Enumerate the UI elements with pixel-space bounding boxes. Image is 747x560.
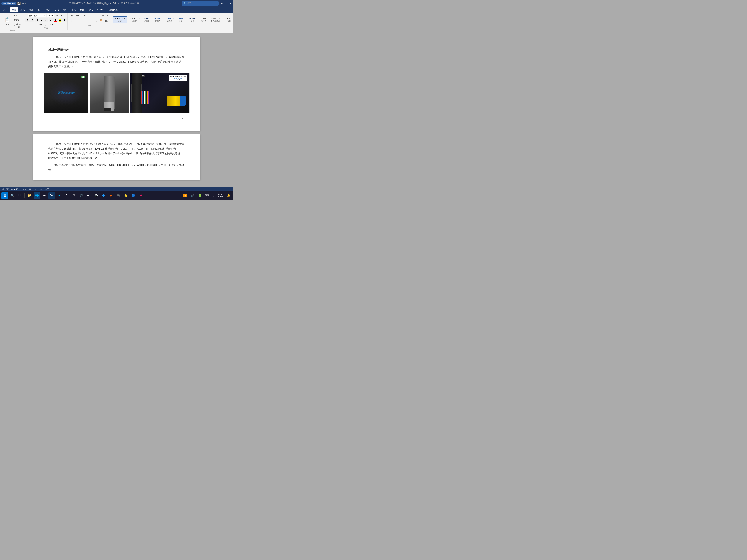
align-center-button[interactable]: ↔≡: [75, 19, 81, 23]
italic-button[interactable]: I: [30, 18, 34, 22]
justify-button[interactable]: ⟺≡: [87, 19, 94, 23]
align-left-button[interactable]: ⬅≡: [70, 19, 75, 23]
line-spacing-button[interactable]: ↕: [95, 19, 98, 23]
search-bar[interactable]: 🔍 搜索: [182, 1, 218, 5]
paragraph-fiber-specs[interactable]: 开博尔五代光纤 HDMI2.1 线材的光纤部分直径为 6mm，比起二代光纤 HD…: [48, 142, 185, 161]
taskbar-app-word[interactable]: W: [48, 192, 55, 199]
copy-button[interactable]: ⧉复制: [12, 18, 22, 22]
wén-button[interactable]: 文: [44, 23, 49, 26]
increase-indent-button[interactable]: →≡: [95, 14, 100, 17]
subscript-button[interactable]: x₂: [44, 18, 48, 22]
volume-icon[interactable]: 🔊: [189, 192, 196, 199]
menu-item-mail[interactable]: 邮件: [61, 7, 69, 12]
superscript-button[interactable]: x²: [49, 18, 53, 22]
format-painter-button[interactable]: 🖌格式刷: [12, 22, 22, 29]
language-indicator[interactable]: 中文(中国): [40, 188, 49, 191]
menu-item-insert[interactable]: 插入: [19, 7, 27, 12]
cut-button[interactable]: ✂剪切: [12, 14, 22, 18]
strikethrough-button[interactable]: s: [39, 18, 44, 22]
taskbar-app-blue[interactable]: 🔷: [100, 192, 107, 199]
underline-button[interactable]: U: [35, 18, 39, 22]
paragraph-appearance[interactable]: 开博尔五代光纤 HDMI2.1 线采用纸质外包装，外包装有明显 HDMI 协会认…: [48, 55, 185, 69]
font-size-select[interactable]: 20: [47, 14, 54, 18]
close-button[interactable]: ✕: [229, 2, 232, 5]
decrease-indent-button[interactable]: ←≡: [88, 14, 94, 17]
taskbar-app-extra1[interactable]: 🎮: [115, 192, 122, 199]
cable-closeup-image[interactable]: [90, 73, 129, 113]
menu-item-design[interactable]: 设计: [35, 7, 44, 12]
align-right-button[interactable]: ➡≡: [81, 19, 87, 23]
menu-item-layout[interactable]: 布局: [44, 7, 52, 12]
connector-detail-image[interactable]: ULTRA HIGH SPEED HIGH SPEED HDMI: [130, 73, 189, 113]
network-icon[interactable]: 📶: [182, 192, 188, 199]
menu-item-draw[interactable]: 绘图: [27, 7, 35, 12]
task-view-button[interactable]: ❐: [16, 192, 23, 199]
multilevel-list-button[interactable]: ⋮≡▾: [81, 14, 88, 17]
show-marks-button[interactable]: ¶: [106, 14, 110, 17]
numbered-list-button[interactable]: 1≡▾: [75, 14, 81, 17]
correction-icon[interactable]: ✓: [35, 188, 36, 191]
taskbar-app-music[interactable]: 🎵: [78, 192, 85, 199]
menu-item-reference[interactable]: 引用: [53, 7, 61, 12]
maximize-button[interactable]: □: [225, 2, 228, 5]
menu-item-acrobat[interactable]: Acrobat: [95, 7, 106, 12]
menu-item-file[interactable]: 文件: [1, 7, 10, 12]
menu-item-home[interactable]: 开始: [10, 7, 18, 12]
ribbon-group-font: 微软雅黑 20 A↑ A↓ B I U s x₂ x² A A A Aa▾ 文: [25, 14, 68, 30]
font-grow-button[interactable]: A↑: [54, 14, 59, 17]
style-subtle-emphasis[interactable]: AaBbCcDc 不明显强调: [209, 17, 222, 23]
start-button[interactable]: ⊞: [1, 192, 8, 199]
taskbar-app-settings[interactable]: ⚙: [71, 192, 77, 199]
style-no-spacing[interactable]: AaBbCcDc 无间隔: [127, 17, 141, 23]
undo-button[interactable]: ↩: [22, 2, 24, 5]
autosave-toggle[interactable]: 自动保存 ●关: [1, 2, 17, 5]
borders-button[interactable]: ▦▾: [104, 19, 109, 23]
menu-item-review[interactable]: 审阅: [70, 7, 78, 12]
title-bar: 自动保存 ●关 💾 ↩ ↪ 开博尔-五代光纤HDMI2.1使用评测_By_ant…: [0, 0, 233, 7]
shading-button[interactable]: 🎨▾: [98, 18, 104, 24]
style-subtitle[interactable]: AaBbC 副标题: [199, 17, 209, 23]
aa-button[interactable]: Aa▾: [37, 23, 44, 26]
paragraph-qr-info[interactable]: 通过手机 APP 扫描包装盒的二维码，反馈信息：Ultra High Speed…: [48, 163, 185, 172]
product-box-image[interactable]: 开博尔kaiboer 8K: [44, 73, 88, 113]
battery-icon[interactable]: 🔋: [197, 192, 203, 199]
style-title[interactable]: AaBbC 标题: [187, 17, 198, 23]
taskbar-app-monitor[interactable]: 🖥: [63, 192, 70, 199]
font-shrink-button[interactable]: A↓: [60, 14, 65, 17]
style-emphasis[interactable]: AaBbCcDc 强调: [222, 17, 233, 23]
font-name-select[interactable]: 微软雅黑: [28, 14, 46, 18]
taskbar-app-extra4[interactable]: ❤: [137, 192, 144, 199]
minimize-button[interactable]: ─: [220, 2, 223, 5]
menu-item-view[interactable]: 视图: [78, 7, 86, 12]
paste-button[interactable]: 📋 粘贴: [3, 16, 12, 26]
style-heading3[interactable]: AaBbCcI 标题3: [163, 17, 175, 23]
taskbar-app-photoshop[interactable]: Ps: [56, 192, 62, 199]
menu-item-help[interactable]: 帮助: [87, 7, 95, 12]
taskbar-app-mail[interactable]: ✉: [41, 192, 48, 199]
menu-item-baidu[interactable]: 百度网盘: [107, 7, 120, 12]
clear-format-button[interactable]: ∅A: [49, 23, 55, 26]
taskbar-app-browser[interactable]: 🌐: [33, 192, 40, 199]
style-heading2[interactable]: AaBbC 标题2: [152, 17, 163, 23]
style-heading4[interactable]: AaBbCc 标题4: [176, 17, 186, 23]
taskbar-app-extra2[interactable]: 🌟: [123, 192, 129, 199]
keyboard-icon[interactable]: ⌨: [204, 192, 211, 199]
highlight-button[interactable]: A: [58, 18, 62, 22]
bullet-list-button[interactable]: ≡▾: [69, 14, 74, 17]
text-effect-button[interactable]: A: [62, 18, 67, 22]
font-color-button[interactable]: A: [53, 18, 58, 22]
taskbar-app-wechat[interactable]: 💬: [93, 192, 100, 199]
sort-button[interactable]: ↕A: [101, 14, 106, 17]
taskbar-app-game[interactable]: ▶: [108, 192, 114, 199]
save-button[interactable]: 💾: [17, 2, 21, 5]
style-normal[interactable]: AaBbCcDc 正文: [113, 17, 127, 23]
taskbar-app-store[interactable]: 🛍: [85, 192, 92, 199]
notification-button[interactable]: 🔔: [225, 192, 232, 199]
redo-button[interactable]: ↪: [24, 2, 26, 5]
bold-button[interactable]: B: [25, 18, 30, 22]
taskbar-app-extra3[interactable]: 🔵: [130, 192, 136, 199]
style-heading1[interactable]: AaBl 标题1: [141, 16, 152, 23]
search-taskbar-button[interactable]: 🔍: [9, 192, 16, 199]
taskbar-app-explorer[interactable]: 📁: [26, 192, 33, 199]
system-clock[interactable]: 14:23 2023/10/15: [211, 193, 225, 198]
